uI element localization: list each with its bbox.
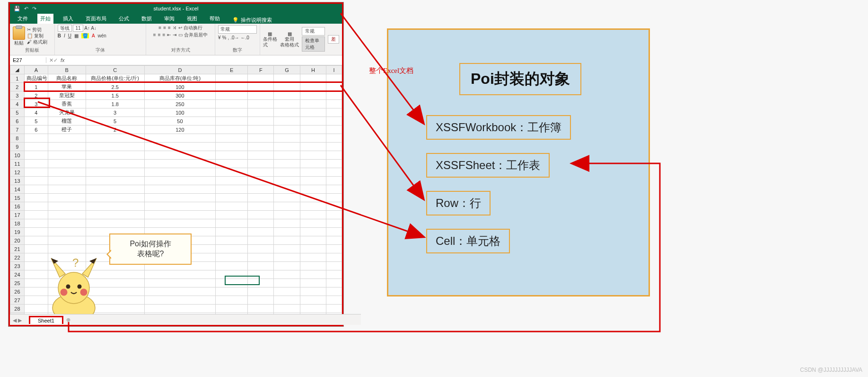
cell[interactable] bbox=[144, 134, 215, 143]
cell[interactable] bbox=[144, 296, 215, 305]
cell[interactable] bbox=[274, 151, 300, 160]
cell[interactable] bbox=[326, 287, 342, 296]
cell[interactable] bbox=[326, 296, 342, 305]
cut-button[interactable]: ✂ 剪切 bbox=[27, 27, 47, 33]
col-header[interactable]: I bbox=[326, 66, 342, 74]
undo-icon[interactable]: ↶ bbox=[24, 6, 28, 12]
cell[interactable] bbox=[274, 287, 300, 296]
row-header[interactable]: 2 bbox=[10, 83, 25, 91]
cell[interactable] bbox=[274, 74, 300, 83]
formula-bar[interactable]: ✕✓fx bbox=[46, 57, 342, 63]
cell[interactable] bbox=[326, 108, 342, 117]
cell[interactable] bbox=[48, 134, 86, 143]
row-header[interactable]: 26 bbox=[10, 287, 25, 296]
col-header[interactable]: F bbox=[248, 66, 274, 74]
row-header[interactable]: 25 bbox=[10, 279, 25, 287]
tab-data[interactable]: 数据 bbox=[139, 14, 155, 24]
cell[interactable] bbox=[274, 168, 300, 177]
cell[interactable]: 商品名称 bbox=[48, 74, 86, 83]
col-header[interactable]: D bbox=[144, 66, 215, 74]
cell[interactable] bbox=[48, 228, 86, 236]
align-top-icon[interactable]: ≡ bbox=[158, 25, 161, 31]
cell[interactable] bbox=[274, 83, 300, 91]
cell[interactable] bbox=[216, 91, 248, 100]
cell[interactable]: 3 bbox=[24, 100, 48, 108]
cell[interactable] bbox=[248, 168, 274, 177]
cell[interactable] bbox=[216, 211, 248, 219]
cell[interactable] bbox=[48, 236, 86, 245]
tab-formula[interactable]: 公式 bbox=[116, 14, 132, 24]
cell[interactable]: 300 bbox=[144, 91, 215, 100]
cell[interactable] bbox=[274, 117, 300, 126]
cell[interactable] bbox=[48, 143, 86, 151]
cell[interactable] bbox=[300, 185, 326, 194]
dec-decimal-icon[interactable]: ←.0 bbox=[241, 35, 249, 40]
cell[interactable] bbox=[24, 245, 48, 253]
border-icon[interactable]: ▦ bbox=[74, 33, 79, 38]
cell[interactable] bbox=[300, 228, 326, 236]
row-header[interactable]: 14 bbox=[10, 185, 25, 194]
cell[interactable] bbox=[24, 177, 48, 185]
cell[interactable] bbox=[144, 219, 215, 228]
cell[interactable] bbox=[326, 202, 342, 211]
row-header[interactable]: 12 bbox=[10, 168, 25, 177]
table-format-button[interactable]: ▦套用 表格格式 bbox=[280, 31, 299, 48]
select-all[interactable]: ◢ bbox=[10, 66, 25, 74]
cell[interactable] bbox=[144, 194, 215, 202]
cell[interactable] bbox=[216, 83, 248, 91]
cell[interactable] bbox=[274, 160, 300, 168]
tell-me[interactable]: 💡 操作说明搜索 bbox=[232, 17, 272, 24]
spreadsheet-grid[interactable]: ◢ A B C D E F G H I 1商品编号商品名称商品价格(单位:元/斤… bbox=[10, 65, 342, 315]
row-header[interactable]: 9 bbox=[10, 143, 25, 151]
row-header[interactable]: 5 bbox=[10, 108, 25, 117]
cell[interactable] bbox=[216, 194, 248, 202]
cell[interactable] bbox=[300, 194, 326, 202]
cell[interactable]: 2.5 bbox=[86, 83, 144, 91]
cell[interactable] bbox=[216, 305, 248, 313]
cell[interactable] bbox=[326, 168, 342, 177]
cell[interactable] bbox=[216, 108, 248, 117]
cell[interactable] bbox=[300, 296, 326, 305]
cell[interactable] bbox=[48, 168, 86, 177]
cell[interactable] bbox=[300, 126, 326, 134]
cell[interactable] bbox=[300, 168, 326, 177]
cell[interactable] bbox=[216, 117, 248, 126]
cell[interactable] bbox=[274, 262, 300, 270]
cell[interactable] bbox=[248, 287, 274, 296]
cell[interactable]: 4 bbox=[24, 108, 48, 117]
cell[interactable] bbox=[248, 177, 274, 185]
cell[interactable] bbox=[248, 160, 274, 168]
cell[interactable] bbox=[300, 151, 326, 160]
tab-home[interactable]: 开始 bbox=[37, 14, 53, 24]
cell[interactable] bbox=[274, 245, 300, 253]
col-header[interactable]: C bbox=[86, 66, 144, 74]
row-header[interactable]: 15 bbox=[10, 194, 25, 202]
row-header[interactable]: 10 bbox=[10, 151, 25, 160]
redo-icon[interactable]: ↷ bbox=[32, 6, 36, 12]
cell[interactable] bbox=[300, 287, 326, 296]
cell[interactable] bbox=[326, 253, 342, 262]
cell[interactable] bbox=[216, 151, 248, 160]
cell[interactable] bbox=[300, 160, 326, 168]
cell[interactable] bbox=[274, 236, 300, 245]
tab-review[interactable]: 审阅 bbox=[161, 14, 177, 24]
format-painter-button[interactable]: 🖌 格式刷 bbox=[27, 39, 47, 45]
tab-view[interactable]: 视图 bbox=[184, 14, 200, 24]
cell[interactable] bbox=[48, 185, 86, 194]
row-header[interactable]: 6 bbox=[10, 117, 25, 126]
cell[interactable] bbox=[144, 211, 215, 219]
cell[interactable] bbox=[300, 279, 326, 287]
cell[interactable] bbox=[248, 100, 274, 108]
cell[interactable] bbox=[274, 253, 300, 262]
cell[interactable] bbox=[248, 134, 274, 143]
cell[interactable] bbox=[48, 202, 86, 211]
cell[interactable]: 5 bbox=[24, 117, 48, 126]
cell[interactable] bbox=[274, 177, 300, 185]
increase-font-icon[interactable]: A↑ bbox=[84, 26, 90, 31]
align-bot-icon[interactable]: ≡ bbox=[168, 25, 171, 31]
cell[interactable] bbox=[86, 219, 144, 228]
cell[interactable] bbox=[24, 151, 48, 160]
cell[interactable]: 250 bbox=[144, 100, 215, 108]
cell[interactable] bbox=[326, 262, 342, 270]
cell[interactable] bbox=[86, 177, 144, 185]
